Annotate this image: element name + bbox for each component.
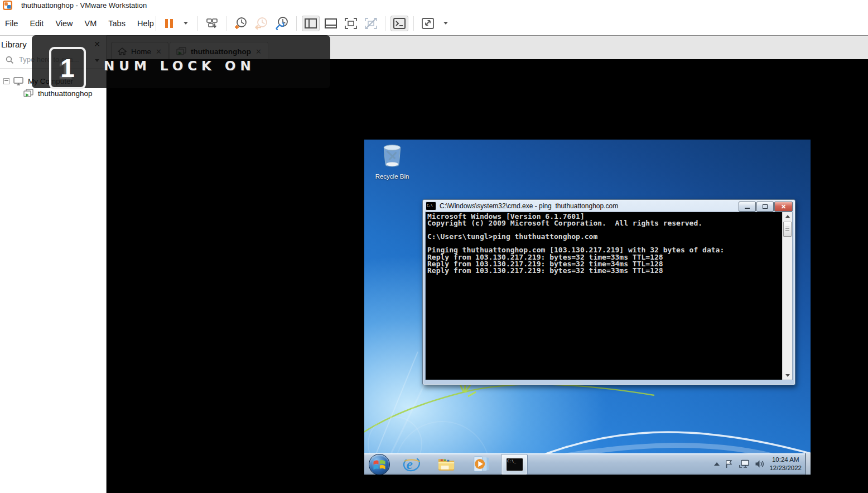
free-stretch-disabled-icon	[364, 17, 378, 30]
internet-explorer-icon: e	[402, 454, 421, 473]
window-title: thuthuattonghop - VMware Workstation	[21, 1, 147, 9]
snapshot-manager-button[interactable]	[273, 15, 291, 32]
pause-vm-button[interactable]	[161, 17, 177, 30]
toolbar-separator	[413, 16, 414, 31]
recycle-bin-shortcut[interactable]: Recycle Bin	[370, 143, 414, 180]
thumbnail-bar-icon	[324, 17, 337, 30]
revert-snapshot-icon	[254, 16, 268, 30]
toolbar-separator	[385, 16, 385, 31]
maximize-button[interactable]	[756, 202, 774, 212]
recycle-bin-label: Recycle Bin	[370, 173, 414, 180]
menu-view[interactable]: View	[55, 19, 73, 28]
vmware-workstation-window: thuthuattonghop - VMware Workstation Fil…	[0, 0, 868, 493]
toolbar-separator	[296, 16, 297, 31]
collapse-icon[interactable]	[3, 78, 9, 84]
minimize-button[interactable]	[739, 202, 756, 212]
cmd-mini-icon: C:\_	[506, 458, 523, 471]
snapshot-manager-icon	[275, 16, 289, 30]
cmd-titlebar[interactable]: C:\ C:\Windows\system32\cmd.exe - ping t…	[423, 200, 795, 212]
maximize-icon	[763, 204, 768, 209]
recycle-bin-icon	[380, 143, 404, 170]
taskbar-item-internet-explorer[interactable]: e	[401, 454, 422, 473]
scroll-up-icon[interactable]	[783, 212, 792, 221]
search-icon	[6, 56, 14, 64]
clock-date: 12/23/2022	[769, 464, 802, 472]
power-dropdown-button[interactable]	[179, 20, 192, 26]
cmd-output: Microsoft Windows [Version 6.1.7601] Cop…	[427, 213, 782, 380]
fit-guest-button[interactable]	[342, 16, 360, 31]
computer-icon	[13, 77, 23, 85]
taskbar-item-cmd-active[interactable]: C:\_	[501, 454, 528, 475]
revert-snapshot-button[interactable]	[252, 15, 271, 32]
minimize-icon	[745, 208, 750, 209]
fullscreen-dropdown-button[interactable]	[439, 20, 452, 26]
titlebar: thuthuattonghop - VMware Workstation	[0, 0, 868, 11]
library-title: Library	[1, 40, 27, 49]
library-panel: Library ✕ My Computer	[0, 35, 107, 493]
take-snapshot-button[interactable]	[232, 15, 250, 32]
menu-edit[interactable]: Edit	[30, 19, 44, 28]
show-hidden-icons-icon[interactable]	[714, 462, 720, 466]
tree-label: thuthuattonghop	[38, 89, 93, 98]
vmware-logo-icon	[3, 1, 12, 12]
chevron-down-icon	[443, 22, 448, 25]
console-view-icon	[393, 17, 406, 30]
guest-taskbar: e	[364, 453, 811, 475]
take-snapshot-icon	[234, 16, 248, 30]
cmd-window-title: C:\Windows\system32\cmd.exe - ping thuth…	[440, 202, 618, 210]
tray-clock[interactable]: 10:24 AM 12/23/2022	[769, 456, 802, 472]
fit-guest-icon	[344, 17, 358, 30]
media-player-icon	[472, 455, 491, 473]
cmd-icon: C:\	[426, 202, 436, 210]
menu-file[interactable]: File	[5, 19, 18, 28]
scrollbar-thumb[interactable]	[783, 222, 792, 237]
vm-guest-desktop: Recycle Bin C:\ C:\Windows\system32\cmd.…	[364, 140, 811, 475]
close-button[interactable]: ✕	[774, 202, 793, 212]
cmd-line: C:\Users\tungl>ping thuthuattonghop.com	[427, 233, 782, 240]
pause-icon	[165, 19, 173, 28]
menubar: File Edit View VM Tabs Help	[0, 11, 868, 35]
cmd-line: Reply from 103.130.217.219: bytes=32 tim…	[427, 267, 782, 274]
network-icon[interactable]	[739, 459, 750, 469]
numlock-keycap-icon: 1	[49, 47, 86, 89]
windows-flag-icon	[369, 454, 389, 475]
system-tray: 10:24 AM 12/23/2022	[714, 453, 802, 475]
send-ctrl-alt-del-button[interactable]	[203, 15, 221, 32]
volume-icon[interactable]	[754, 460, 765, 468]
fullscreen-icon	[421, 17, 435, 30]
action-center-flag-icon[interactable]	[724, 459, 734, 469]
menu-vm[interactable]: VM	[85, 19, 97, 28]
scroll-down-icon[interactable]	[783, 371, 792, 380]
numlock-osd-text: NUM LOCK ON	[104, 59, 255, 73]
toolbar	[152, 11, 454, 35]
toolbar-separator	[226, 16, 226, 31]
cmd-line: Copyright (c) 2009 Microsoft Corporation…	[427, 220, 782, 227]
cmd-console[interactable]: Microsoft Windows [Version 6.1.7601] Cop…	[425, 212, 793, 380]
free-stretch-button[interactable]	[362, 16, 380, 31]
show-desktop-button[interactable]	[805, 453, 811, 475]
cmd-window[interactable]: C:\ C:\Windows\system32\cmd.exe - ping t…	[422, 199, 795, 385]
toolbar-separator	[197, 16, 198, 31]
console-view-button[interactable]	[390, 16, 408, 31]
ctrl-alt-del-icon	[205, 17, 219, 30]
toolbar-separator	[156, 16, 156, 31]
show-thumbnail-bar-button[interactable]	[322, 16, 340, 31]
show-library-button[interactable]	[302, 16, 320, 31]
library-panel-icon	[304, 17, 317, 30]
start-button[interactable]	[369, 454, 390, 475]
scrollbar[interactable]	[782, 212, 792, 380]
taskbar-item-media-player[interactable]	[471, 454, 492, 473]
chevron-down-icon	[184, 22, 188, 25]
folder-icon	[437, 456, 457, 472]
fullscreen-button[interactable]	[419, 16, 437, 31]
menu-items: File Edit View VM Tabs Help	[5, 11, 154, 35]
clock-time: 10:24 AM	[769, 456, 802, 464]
svg-text:e: e	[407, 456, 413, 472]
taskbar-item-windows-explorer[interactable]	[436, 454, 457, 473]
menu-tabs[interactable]: Tabs	[108, 19, 126, 28]
vm-icon	[23, 89, 33, 98]
vm-console-area: Recycle Bin C:\ C:\Windows\system32\cmd.…	[107, 59, 868, 493]
